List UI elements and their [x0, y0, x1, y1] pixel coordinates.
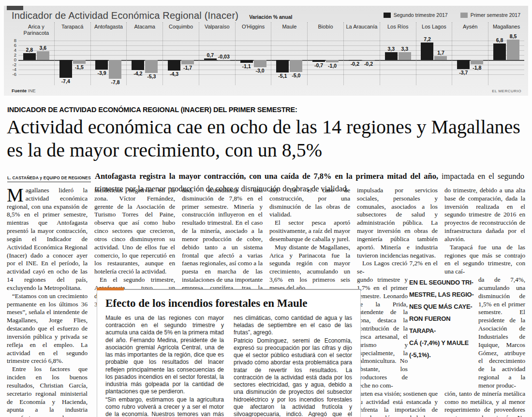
region-bars: 6,88,5: [488, 39, 524, 81]
chart-canvas: Arica y Parinacota2,83,6Tarapacá-7,4-1,5…: [18, 22, 524, 85]
chart-region: Aysén-3,7-1,8: [452, 22, 488, 85]
article-paragraph: “Estamos con un crecimiento permanente e…: [7, 292, 88, 365]
chart-source-label: Fuente: [12, 88, 27, 93]
bar-value-label: 3,6: [32, 45, 54, 51]
region-name: Biobío: [308, 22, 343, 40]
chart-region: Magallanes6,88,5: [488, 22, 524, 85]
article-paragraph: Los Lagos creció 7,2% en el se-: [357, 259, 438, 276]
legend-item: Segundo trimestre 2017: [384, 12, 448, 18]
pull-quote-line: NES QUE MÁS CAYE-: [409, 301, 477, 313]
article-column: Magallanes lideró la actividad económica…: [7, 187, 88, 417]
article-paragraph: gundo trimestre y 1,7% en el primer seme…: [357, 276, 408, 390]
article-paragraph: Tarapacá fue una de las regiones que más…: [444, 244, 525, 276]
region-bars: -0,7-1,0: [308, 39, 343, 81]
article-paragraph: da). En el caso de construcción, por una…: [269, 187, 350, 219]
bar: [276, 60, 289, 72]
region-bars: 7,21,7: [416, 39, 452, 81]
region-name: Arica y Parinacota: [18, 22, 54, 40]
bar: [290, 60, 302, 72]
bar: [73, 60, 86, 64]
bar: [95, 60, 108, 70]
article-paragraph: Muy distante de Magallanes, Arica y Pari…: [269, 244, 350, 292]
kicker: INDICADOR DE ACTIVIDAD ECONÓMICA REGIONA…: [7, 106, 297, 114]
box-column: nes climáticas, como cantidad de agua y …: [234, 315, 352, 417]
box-title: Efecto de los incendios forestales en Ma…: [105, 297, 352, 310]
region-bars: -7,4-1,5: [55, 39, 90, 81]
chart-source: Fuente INE: [12, 88, 36, 93]
bar: [240, 60, 253, 63]
bar: [349, 60, 361, 60]
article-paragraph: do trimestre, debido a una alta base de …: [444, 187, 525, 244]
bar: [37, 51, 49, 60]
bar-value-label: 3,3: [394, 46, 415, 52]
bar-value-label: -1,8: [466, 65, 488, 71]
box-columns: Maule es una de las regiones con mayor c…: [105, 315, 352, 417]
region-bars: -0,2-0,2: [344, 39, 380, 81]
chart-region: Atacama-4,2-5,3: [126, 22, 163, 85]
region-bars: -1,1-3,0: [236, 39, 271, 81]
publisher-credit: EL MERCURIO: [492, 89, 521, 93]
chart-region: Los Lagos7,21,7: [416, 22, 452, 85]
article-paragraph: Entre los factores que inciden en los bu…: [7, 365, 88, 417]
bar-value-label: -0,2: [358, 61, 379, 67]
scan-artifact: [7, 6, 23, 10]
bar: [507, 40, 519, 60]
region-name: Maule: [271, 22, 307, 40]
bar-value-label: -4,3: [163, 71, 185, 77]
bar: [493, 43, 506, 60]
article-paragraph: parten esa visión; sostienen que su acti…: [357, 390, 438, 417]
chart-region: Maule-5,1-5,0: [271, 22, 307, 85]
box-accent-bar: [97, 288, 124, 290]
region-name: Atacama: [127, 22, 163, 40]
bar-value-label: -1,7: [177, 65, 198, 71]
bar-value-label: -3,0: [250, 68, 271, 73]
bar: [312, 60, 325, 62]
bar: [218, 60, 230, 60]
chart-source-value: INE: [28, 88, 36, 93]
region-bars: -5,1-5,0: [271, 39, 307, 81]
bar-value-label: -1,0: [322, 63, 343, 69]
chart-footer: Fuente INE EL MERCURIO: [12, 88, 521, 93]
chart-body: 86420-2-4-6 Arica y Parinacota2,83,6Tara…: [4, 21, 528, 85]
box-paragraph: “Sin embargo, estimamos que la agricultu…: [105, 396, 224, 417]
chart-legend: Segundo trimestre 2017Primer semestre 20…: [384, 12, 520, 18]
bar: [109, 60, 121, 79]
region-name: La Araucanía: [344, 22, 380, 40]
region-name: Antofagasta: [91, 22, 127, 40]
chart-region: Antofagasta-3,9-7,8: [90, 22, 127, 85]
region-name: Coquimbo: [163, 22, 199, 40]
region-bars: -3,7-1,8: [452, 39, 488, 81]
y-tick-label: -6: [13, 72, 16, 77]
legend-label: Primer semestre 2017: [471, 12, 520, 18]
region-name: Tarapacá: [55, 22, 90, 40]
bar: [181, 60, 194, 64]
bar-value-label: 7,2: [416, 36, 438, 42]
pull-quote-line: MESTRE, LAS REGIO-: [409, 288, 477, 301]
bar-value-label: -1,5: [69, 64, 90, 70]
article-paragraph: incidencias negativas en la zona. Víctor…: [94, 187, 175, 276]
byline: L. CASTAÑEDA y EQUIPO DE REGIONES: [7, 175, 91, 182]
legend-item: Primer semestre 2017: [460, 12, 520, 18]
bar: [132, 60, 144, 70]
bar: [399, 52, 411, 60]
region-name: Los Ríos: [380, 22, 416, 40]
chart-region: Arica y Parinacota2,83,6: [18, 22, 54, 85]
forest-box: Efecto de los incendios forestales en Ma…: [97, 289, 361, 417]
article-paragraph: ción, tanto de minería metálica como no …: [444, 390, 525, 417]
bar-value-label: -5,3: [141, 73, 162, 79]
y-axis: 86420-2-4-6: [6, 22, 18, 85]
bar-value-label: -7,4: [55, 78, 76, 84]
legend-swatch: [460, 13, 468, 18]
region-bars: 3,33,3: [380, 39, 416, 81]
bar: [471, 60, 483, 64]
chart-region: Biobío-0,7-1,0: [307, 22, 343, 85]
region-bars: 0,7-0,03: [199, 39, 235, 81]
bar: [326, 60, 339, 62]
chart-subtitle: Variación % anual: [249, 14, 292, 20]
bar-value-label: 1,7: [430, 50, 451, 56]
chart-region: La Araucanía-0,2-0,2: [343, 22, 380, 85]
box-paragraph: nes climáticas, como cantidad de agua y …: [234, 315, 352, 337]
region-name: Valparaíso: [199, 22, 235, 40]
box-paragraph: Maule es una de las regiones con mayor c…: [105, 315, 224, 396]
article-paragraph: Magallanes lideró la actividad económica…: [7, 187, 88, 292]
